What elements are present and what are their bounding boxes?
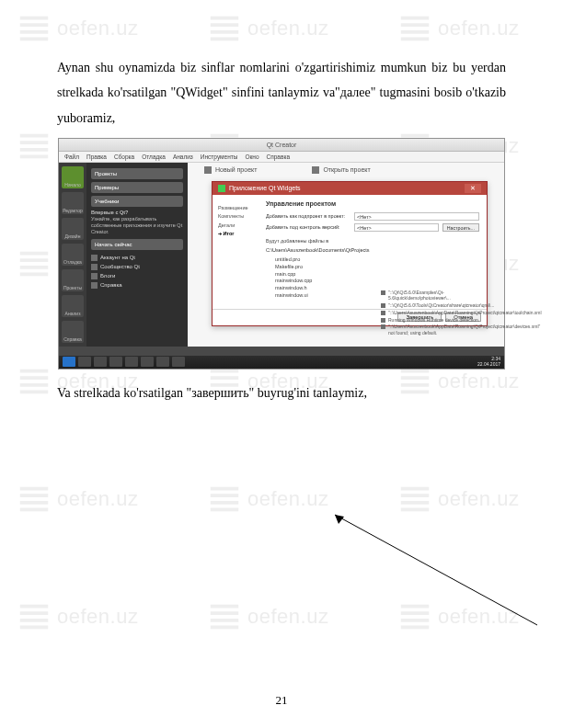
- menu-build[interactable]: Сборка: [114, 154, 134, 160]
- menu-tools[interactable]: Инструменты: [201, 154, 238, 160]
- watermark: oefen.uz: [17, 482, 138, 517]
- watermark: oefen.uz: [397, 599, 519, 634]
- dialog-heading: Управление проектом: [266, 200, 479, 207]
- window-titlebar: Qt Creator: [59, 139, 504, 152]
- taskbar-item[interactable]: [172, 357, 185, 367]
- wizard-steps: Размещение Комплекты Детали Итог: [213, 195, 266, 309]
- qt-creator-screenshot: Qt Creator Файл Правка Сборка Отладка Ан…: [58, 138, 505, 370]
- session-log: "::\Qt\Qt5.6.0\Examples\Qt-5.6\quick\dem…: [381, 290, 499, 337]
- dialog-titlebar[interactable]: Приложение Qt Widgets ✕: [213, 182, 487, 195]
- taskbar-item[interactable]: [109, 357, 122, 367]
- dialog-title-text: Приложение Qt Widgets: [229, 182, 301, 195]
- log-line: "::\Qt\Qt5.6.0\Examples\Qt-5.6\quick\dem…: [381, 290, 499, 302]
- link-blogs[interactable]: Блоги: [91, 271, 183, 280]
- taskbar-item[interactable]: [94, 357, 107, 367]
- leftbar-analyze[interactable]: Анализ: [62, 295, 84, 317]
- leftbar-debug[interactable]: Отладка: [62, 244, 84, 266]
- start-now-button[interactable]: Начать сейчас: [91, 239, 183, 250]
- qt-icon: [218, 185, 225, 192]
- link-qt-account[interactable]: Аккаунт на Qt: [91, 253, 183, 262]
- link-qt-community[interactable]: Сообщество Qt: [91, 262, 183, 271]
- examples-button[interactable]: Примеры: [91, 182, 183, 193]
- menu-debug[interactable]: Отладка: [142, 154, 166, 160]
- vcs-select[interactable]: <Нет>: [354, 223, 439, 232]
- taskbar-item[interactable]: [156, 357, 169, 367]
- blurb-title: Впервые с Qt?: [91, 210, 128, 215]
- statusbar: [59, 347, 504, 356]
- files-header: Будут добавлены файлы в: [266, 238, 479, 245]
- step-summary: Итог: [218, 230, 262, 238]
- link-help[interactable]: Справка: [91, 280, 183, 290]
- annotation-arrow: [326, 506, 546, 634]
- menubar[interactable]: Файл Правка Сборка Отладка Анализ Инстру…: [59, 152, 504, 163]
- log-line: "::\Users\Asuszenbook\AppData\Roaming\Qt…: [381, 310, 499, 316]
- vcs-label: Добавить под контроль версий:: [266, 224, 350, 230]
- leftbar-projects[interactable]: Проекты: [62, 269, 84, 291]
- log-line: "::\Qt\Qt5.6.0\Tools\QtCreator\share\qtc…: [381, 302, 499, 309]
- subproject-select[interactable]: <Нет>: [354, 212, 479, 221]
- step-kits: Комплекты: [218, 212, 262, 221]
- leftbar-welcome[interactable]: Начало: [62, 166, 84, 188]
- blurb-text: Узнайте, как разрабатывать собственные п…: [91, 216, 182, 234]
- log-line: Running Windows Runtime device detection…: [381, 317, 499, 324]
- watermark: oefen.uz: [207, 482, 328, 517]
- step-details: Детали: [218, 222, 262, 230]
- tab-open-project[interactable]: Открыть проект: [312, 166, 370, 174]
- leftbar-design[interactable]: Дизайн: [62, 218, 84, 240]
- watermark: oefen.uz: [17, 599, 138, 634]
- menu-help[interactable]: Справка: [267, 154, 291, 160]
- close-icon[interactable]: ✕: [465, 184, 481, 193]
- leftbar-help[interactable]: Справка: [62, 321, 84, 343]
- subproject-label: Добавить как подпроект в проект:: [266, 213, 350, 219]
- taskbar-clock[interactable]: 2:34 22.04.2017: [477, 357, 500, 367]
- leftbar-editor[interactable]: Редактор: [62, 192, 84, 214]
- file-item: mainwindow.cpp: [266, 278, 479, 285]
- menu-edit[interactable]: Правка: [86, 154, 107, 160]
- paragraph-2: Va strelkada ko'rsatilgan "завершить" bu…: [57, 381, 506, 405]
- paragraph-1: Aynan shu oynamizda biz sinflar nomlarin…: [57, 55, 506, 131]
- taskbar-item[interactable]: [141, 357, 154, 367]
- watermark: oefen.uz: [397, 482, 519, 517]
- menu-file[interactable]: Файл: [64, 154, 79, 160]
- side-panel: Проекты Примеры Учебники Впервые с Qt? У…: [86, 163, 188, 356]
- file-item: Makefile.pro: [266, 264, 479, 271]
- configure-button[interactable]: Настроить...: [442, 223, 479, 232]
- menu-window[interactable]: Окно: [245, 154, 259, 160]
- log-line: "::\Users\Asuszenbook\AppData\Roaming\Qt…: [381, 324, 499, 336]
- main-area: Новый проект Открыть проект Приложение Q…: [188, 163, 504, 356]
- leftbar: Начало Редактор Дизайн Отладка Проекты А…: [59, 163, 86, 356]
- start-button[interactable]: [63, 357, 75, 367]
- page-number: 21: [0, 693, 563, 708]
- svg-line-0: [335, 515, 537, 625]
- step-location: Размещение: [218, 204, 262, 212]
- windows-taskbar[interactable]: 2:34 22.04.2017: [59, 356, 504, 369]
- projects-button[interactable]: Проекты: [91, 168, 183, 179]
- menu-analyze[interactable]: Анализ: [173, 154, 193, 160]
- tutorials-button[interactable]: Учебники: [91, 196, 183, 207]
- watermark: oefen.uz: [207, 599, 328, 634]
- tab-new-project[interactable]: Новый проект: [204, 166, 257, 174]
- svg-marker-1: [335, 515, 344, 524]
- file-item: main.cpp: [266, 271, 479, 279]
- files-path: C:\Users\Asuszenbook\Documents\QtProject…: [266, 247, 479, 255]
- taskbar-item[interactable]: [125, 357, 138, 367]
- taskbar-item[interactable]: [78, 357, 91, 367]
- clock-date: 22.04.2017: [477, 362, 500, 368]
- file-item: untitled.pro: [266, 256, 479, 264]
